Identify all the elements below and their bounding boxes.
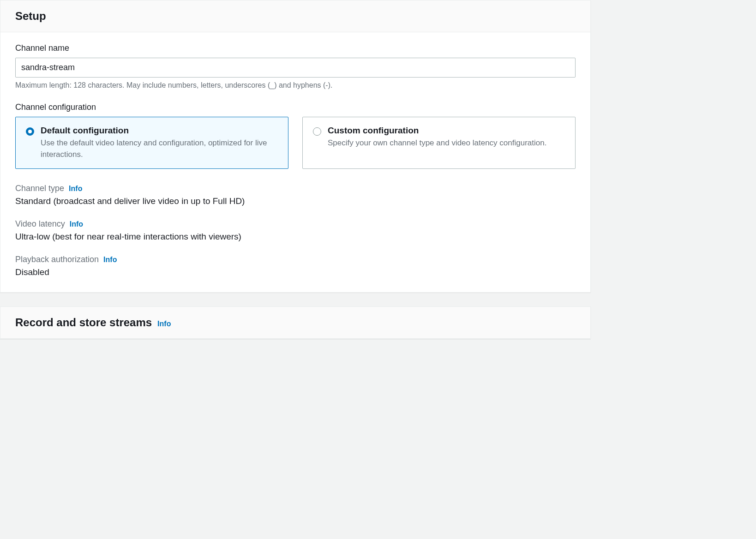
radio-icon — [313, 127, 321, 136]
setup-panel: Setup Channel name Maximum length: 128 c… — [0, 0, 591, 293]
playback-auth-info-link[interactable]: Info — [103, 256, 117, 264]
record-panel-title: Record and store streams — [15, 316, 152, 329]
playback-auth-label: Playback authorization — [15, 255, 99, 264]
channel-type-item: Channel type Info Standard (broadcast an… — [15, 184, 576, 206]
config-option-title: Custom configuration — [328, 126, 565, 136]
video-latency-item: Video latency Info Ultra-low (best for n… — [15, 219, 576, 242]
config-option-title: Default configuration — [41, 126, 278, 136]
channel-type-label: Channel type — [15, 184, 64, 193]
channel-name-helper: Maximum length: 128 characters. May incl… — [15, 81, 576, 90]
video-latency-value: Ultra-low (best for near real-time inter… — [15, 232, 576, 242]
radio-content: Custom configuration Specify your own ch… — [328, 126, 565, 149]
channel-details: Channel type Info Standard (broadcast an… — [15, 184, 576, 277]
channel-name-group: Channel name Maximum length: 128 charact… — [15, 43, 576, 90]
config-option-default[interactable]: Default configuration Use the default vi… — [15, 117, 288, 169]
setup-panel-header: Setup — [0, 0, 590, 32]
channel-type-value: Standard (broadcast and deliver live vid… — [15, 196, 576, 206]
setup-panel-title: Setup — [15, 10, 576, 23]
radio-icon — [26, 127, 34, 136]
channel-name-input[interactable] — [15, 58, 576, 78]
radio-content: Default configuration Use the default vi… — [41, 126, 278, 160]
channel-config-group: Channel configuration Default configurat… — [15, 102, 576, 169]
playback-auth-value: Disabled — [15, 267, 576, 277]
record-info-link[interactable]: Info — [157, 320, 171, 328]
video-latency-label-row: Video latency Info — [15, 219, 576, 229]
video-latency-label: Video latency — [15, 219, 65, 229]
channel-config-options: Default configuration Use the default vi… — [15, 117, 576, 169]
channel-config-label: Channel configuration — [15, 102, 576, 112]
channel-type-info-link[interactable]: Info — [69, 185, 82, 193]
config-option-description: Use the default video latency and config… — [41, 138, 278, 160]
config-option-custom[interactable]: Custom configuration Specify your own ch… — [302, 117, 576, 169]
setup-panel-body: Channel name Maximum length: 128 charact… — [0, 32, 590, 292]
config-option-description: Specify your own channel type and video … — [328, 138, 565, 149]
video-latency-info-link[interactable]: Info — [70, 220, 83, 228]
playback-auth-label-row: Playback authorization Info — [15, 255, 576, 264]
record-panel-header: Record and store streams Info — [0, 307, 590, 339]
channel-type-label-row: Channel type Info — [15, 184, 576, 193]
record-panel: Record and store streams Info — [0, 306, 591, 339]
playback-auth-item: Playback authorization Info Disabled — [15, 255, 576, 277]
channel-name-label: Channel name — [15, 43, 576, 53]
